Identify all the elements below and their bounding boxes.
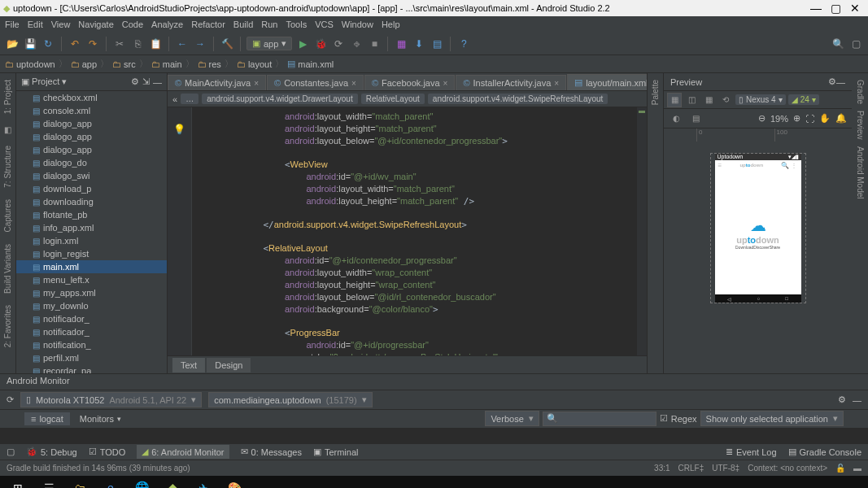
zoom-out-icon[interactable]: ⊖	[758, 113, 765, 124]
copy-icon[interactable]: ⎘	[130, 37, 145, 51]
close-button[interactable]: ✕	[845, 2, 865, 15]
menu-window[interactable]: Window	[342, 20, 373, 29]
logcat-tab[interactable]: ≡logcat	[24, 412, 70, 425]
tree-file[interactable]: ▤console.xml	[16, 104, 167, 117]
sync-icon[interactable]: ↻	[41, 37, 55, 51]
menu-file[interactable]: File	[5, 20, 20, 29]
log-output[interactable]	[0, 427, 868, 443]
run-icon[interactable]: ▶	[295, 37, 310, 51]
tree-file[interactable]: ▤dialogo_app	[16, 130, 167, 143]
monitors-tab[interactable]: Monitors▾	[73, 412, 128, 425]
line-ending[interactable]: CRLF‡	[678, 464, 704, 473]
close-tab-icon[interactable]: ×	[554, 79, 559, 88]
messages-tab[interactable]: ✉ 0: Messages	[241, 447, 302, 457]
xml-breadcrumb-item[interactable]: android.support.v4.widget.SwipeRefreshLa…	[428, 94, 608, 104]
xml-breadcrumb-item[interactable]: android.support.v4.widget.DrawerLayout	[202, 94, 358, 104]
menu-navigate[interactable]: Navigate	[78, 20, 113, 29]
text-subtab[interactable]: Text	[172, 358, 205, 373]
redo-icon[interactable]: ↷	[85, 37, 100, 51]
preview-canvas[interactable]: 0100 Uptodown▾◢▮ ≡ uptodown 🔍 ⋮ ☁ uptodo…	[664, 129, 852, 373]
log-search-input[interactable]: 🔍	[543, 412, 656, 426]
chrome-icon[interactable]: 🌐	[127, 477, 156, 488]
menu-run[interactable]: Run	[261, 20, 277, 29]
maximize-button[interactable]: ▢	[826, 2, 845, 15]
zoom-fit-icon[interactable]: ⛶	[805, 114, 814, 124]
view-two-icon[interactable]: ◫	[684, 93, 699, 107]
search-everywhere-icon[interactable]: 🔍	[831, 37, 845, 51]
view-single-icon[interactable]: ▦	[667, 93, 682, 107]
breadcrumb-item[interactable]: ▤main.xml	[287, 59, 334, 69]
editor-tab[interactable]: ©MainActivity.java×	[168, 75, 266, 90]
edge-icon[interactable]: e	[96, 477, 125, 488]
explorer-icon[interactable]: 🗂	[65, 477, 94, 488]
tree-file[interactable]: ▤recordar_pa	[16, 364, 167, 373]
hide-icon[interactable]: —	[153, 77, 162, 87]
telegram-icon[interactable]: ✈	[189, 477, 218, 488]
cut-icon[interactable]: ✂	[112, 37, 127, 51]
captures-tool-tab[interactable]: Captures	[2, 196, 14, 236]
tree-file[interactable]: ▤notificador_	[16, 325, 167, 338]
debug-icon[interactable]: 🐞	[313, 37, 328, 51]
editor-tab[interactable]: ©Facebook.java×	[364, 75, 456, 90]
save-icon[interactable]: 💾	[23, 37, 37, 51]
loglevel-combo[interactable]: Verbose▾	[485, 411, 539, 426]
device-selector[interactable]: ▯ Nexus 4 ▾	[735, 94, 786, 105]
open-icon[interactable]: 📂	[5, 37, 20, 51]
tree-file[interactable]: ▤dialogo_app	[16, 143, 167, 156]
taskview-icon[interactable]: ☰	[34, 477, 63, 488]
monitor-settings-icon[interactable]: ⚙	[838, 394, 846, 405]
context[interactable]: Context: <no context>	[748, 464, 827, 473]
view-grid-icon[interactable]: ▦	[701, 93, 716, 107]
xml-breadcrumb-item[interactable]: …	[181, 94, 198, 104]
file-tree[interactable]: ▤checkbox.xml▤console.xml▤dialogo_app▤di…	[16, 91, 167, 373]
structure-tool-tab[interactable]: 7: Structure	[2, 142, 14, 191]
zoom-in-icon[interactable]: ⊕	[793, 113, 800, 124]
build-icon[interactable]: 🔨	[220, 37, 234, 51]
todo-tab[interactable]: ☑ TODO	[89, 447, 126, 457]
palette-tab[interactable]: Palette	[649, 76, 661, 108]
menu-view[interactable]: View	[51, 20, 71, 29]
minimize-button[interactable]: —	[806, 2, 826, 15]
locale-icon[interactable]: ▤	[688, 111, 703, 126]
editor-tab[interactable]: ©Constantes.java×	[267, 75, 364, 90]
menu-tools[interactable]: Tools	[286, 20, 307, 29]
close-tab-icon[interactable]: ×	[443, 79, 448, 88]
eventlog-tab[interactable]: ≣ Event Log	[726, 447, 777, 457]
tree-file[interactable]: ▤notificador_	[16, 312, 167, 325]
menu-analyze[interactable]: Analyze	[151, 20, 183, 29]
tree-file[interactable]: ▤menu_left.x	[16, 273, 167, 286]
regex-checkbox[interactable]: ☑Regex	[660, 413, 697, 424]
tree-file[interactable]: ▤info_app.xml	[16, 221, 167, 234]
account-icon[interactable]: ▢	[848, 37, 863, 51]
preview-settings-icon[interactable]: ⚙	[828, 76, 836, 87]
api-selector[interactable]: ◢ 24 ▾	[788, 94, 819, 105]
forward-icon[interactable]: →	[193, 37, 207, 51]
process-combo[interactable]: com.mediaingea.uptodown(15179)▾	[208, 392, 372, 407]
tree-file[interactable]: ▤flotante_pb	[16, 208, 167, 221]
encoding[interactable]: UTF-8‡	[712, 464, 739, 473]
pan-icon[interactable]: ✋	[819, 113, 831, 124]
tree-settings-icon[interactable]: ⚙	[131, 76, 139, 87]
bc-prev-icon[interactable]: «	[172, 94, 177, 104]
lock-icon[interactable]: 🔓	[835, 464, 845, 473]
start-button[interactable]: ⊞	[3, 477, 33, 488]
breadcrumb-item[interactable]: 🗀app	[71, 59, 97, 69]
cursor-position[interactable]: 33:1	[654, 464, 670, 473]
breadcrumb-item[interactable]: 🗀res	[198, 59, 221, 69]
tree-file[interactable]: ▤checkbox.xml	[16, 91, 167, 104]
tree-file[interactable]: ▤download_p	[16, 182, 167, 195]
stop-icon[interactable]: ■	[367, 37, 382, 51]
error-stripe[interactable]	[637, 107, 647, 355]
preview-tool-tab[interactable]: Preview	[854, 107, 866, 143]
favorites-tool-tab[interactable]: 2: Favorites	[2, 302, 14, 351]
sdk-icon[interactable]: ⬇	[412, 37, 426, 51]
help-icon[interactable]: ?	[456, 37, 471, 51]
menu-vcs[interactable]: VCS	[315, 20, 334, 29]
hide-bottom-icon[interactable]: ▢	[7, 447, 15, 457]
close-tab-icon[interactable]: ×	[254, 79, 259, 88]
code-area[interactable]: 💡 android:layout_width="match_parent" an…	[168, 107, 647, 355]
paste-icon[interactable]: 📋	[148, 37, 163, 51]
terminal-tab[interactable]: ▣ Terminal	[313, 447, 359, 457]
buildvariants-tool-tab[interactable]: Build Variants	[2, 241, 14, 297]
run-config-selector[interactable]: ▣app▾	[246, 37, 292, 50]
